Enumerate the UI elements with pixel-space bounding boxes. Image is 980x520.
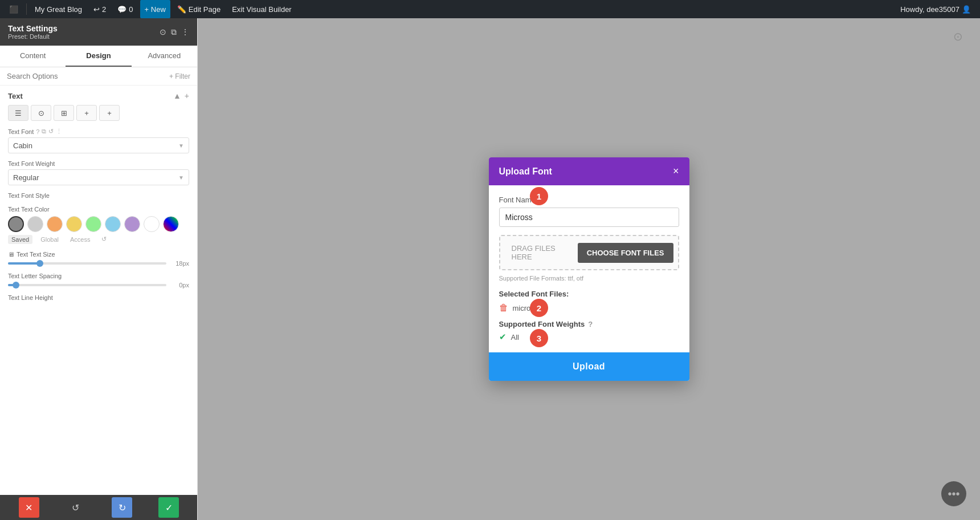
text-font-style-field: Text Font Style [8,192,189,199]
color-swatch-4[interactable] [85,216,101,232]
tab-content[interactable]: Content [0,46,66,67]
search-input[interactable] [7,72,165,80]
color-swatch-0[interactable] [8,216,24,232]
monitor-icon: 🖥 [8,251,14,258]
tab-design[interactable]: Design [66,46,131,67]
saved-row: Saved Global Access ↺ [8,234,189,244]
settings-icon[interactable]: ⊙ [160,27,166,37]
pencil-icon: ✏️ [177,5,186,14]
align-btn-plus1[interactable]: + [76,105,97,121]
sidebar-header: Text Settings Preset: Default ⊙ ⧉ ⋮ [0,18,197,46]
font-undo-icon[interactable]: ↺ [48,128,54,135]
text-font-weight-value: Regular [13,173,39,182]
tab-advanced[interactable]: Advanced [132,46,197,67]
font-name-input[interactable] [499,208,679,227]
text-line-height-field: Text Line Height [8,294,189,301]
text-size-thumb[interactable] [36,260,43,267]
filter-button[interactable]: + Filter [169,72,190,80]
text-font-select[interactable]: Cabin ▼ [8,137,189,153]
color-swatch-5[interactable] [105,216,121,232]
exit-builder-button[interactable]: Exit Visual Builder [227,0,296,18]
site-name-text: My Great Blog [35,5,82,14]
step-2-circle: 2 [530,299,548,317]
undo-color-btn[interactable]: ↺ [98,234,110,244]
font-help-icon[interactable]: ? [36,128,39,135]
upload-font-modal: Upload Font × Font Name DRAG FILES HERE … [489,157,689,381]
text-size-slider-wrapper: 18px [8,260,189,267]
color-swatches [8,216,189,232]
revisions[interactable]: ↩ 2 [89,0,111,18]
color-swatch-2[interactable] [47,216,63,232]
font-weights-label: Supported Font Weights ? [499,320,679,328]
modal-title: Upload Font [499,166,552,177]
bottom-toolbar: ✕ ↺ ↻ ✓ [0,495,198,520]
color-swatch-1[interactable] [27,216,43,232]
wp-logo[interactable]: ⬛ [5,0,23,18]
modal-header: Upload Font × [489,157,689,185]
site-name[interactable]: My Great Blog [30,0,87,18]
letter-spacing-value: 0px [171,282,189,289]
text-size-label: 🖥 Text Text Size [8,251,189,258]
step-3-circle: 3 [530,329,548,347]
text-font-label: Text Font ? ⧉ ↺ ⋮ [8,128,189,135]
text-font-weight-select[interactable]: Regular ▼ [8,169,189,185]
canvas-area: ⊙ 1 2 3 Upload Font × [198,18,980,520]
letter-spacing-slider-row: Text Letter Spacing 0px [8,273,189,289]
step-1-circle: 1 [530,187,548,205]
global-btn[interactable]: Global [37,235,62,244]
modal-close-button[interactable]: × [673,165,679,177]
font-more-icon[interactable]: ⋮ [56,128,62,135]
edit-page-button[interactable]: ✏️ Edit Page [173,0,225,18]
user-info[interactable]: Howdy, dee35007 👤 [896,0,975,18]
save-button[interactable]: ✓ [158,497,179,518]
revisions-icon: ↩ [93,5,100,14]
saved-btn[interactable]: Saved [8,235,32,244]
sidebar-preset: Preset: Default [8,33,58,40]
all-weights-label: All [511,333,519,342]
align-btn-grid[interactable]: ⊞ [54,105,74,121]
align-btn-left[interactable]: ☰ [8,105,28,121]
left-sidebar: Text Settings Preset: Default ⊙ ⧉ ⋮ Cont… [0,18,198,520]
delete-file-icon[interactable]: 🗑 [499,303,508,313]
redo-button[interactable]: ↻ [112,497,132,518]
undo-button[interactable]: ↺ [66,497,86,518]
font-name-label: Font Name [499,196,679,204]
text-align-row: ☰ ⊙ ⊞ + + [8,105,189,121]
new-label: + New [145,5,166,14]
font-weights-help-icon[interactable]: ? [588,320,593,328]
upload-button[interactable]: Upload [489,352,689,381]
sidebar-header-icons: ⊙ ⧉ ⋮ [160,27,189,37]
exit-builder-label: Exit Visual Builder [232,5,292,14]
new-button[interactable]: + New [140,0,170,18]
discard-button[interactable]: ✕ [19,497,39,518]
align-btn-center[interactable]: ⊙ [31,105,51,121]
section-controls: ▲ + [173,91,189,100]
color-swatch-3[interactable] [66,216,82,232]
checkmark-icon: ✔ [499,332,507,342]
align-btn-plus2[interactable]: + [99,105,120,121]
choose-font-files-button[interactable]: CHOOSE FONT FILES [578,243,673,263]
font-reset-icon[interactable]: ⧉ [42,128,46,135]
modal-overlay: 1 2 3 Upload Font × Font Name [198,18,980,520]
modal-body: Font Name DRAG FILES HERE CHOOSE FONT FI… [489,185,689,352]
color-swatch-6[interactable] [124,216,140,232]
color-swatch-7[interactable] [144,216,160,232]
text-font-field: Text Font ? ⧉ ↺ ⋮ Cabin ▼ [8,128,189,153]
access-btn[interactable]: Access [67,235,93,244]
more-icon[interactable]: ⋮ [181,27,189,37]
collapse-icon[interactable]: ▲ [173,91,181,100]
comments[interactable]: 💬 0 [113,0,137,18]
section-header: Text ▲ + [8,91,189,100]
text-size-value: 18px [171,260,189,267]
duplicate-icon[interactable]: ⧉ [171,27,177,37]
add-icon[interactable]: + [185,91,189,100]
text-color-label: Text Text Color [8,206,189,213]
letter-spacing-thumb[interactable] [13,282,19,289]
sidebar-search: + Filter [0,67,197,86]
upload-zone[interactable]: DRAG FILES HERE CHOOSE FONT FILES [499,235,679,270]
supported-formats-text: Supported File Formats: ttf, otf [499,275,679,282]
color-picker-icon[interactable] [163,216,179,232]
sidebar-tabs: Content Design Advanced [0,46,197,67]
comments-count: 0 [129,5,133,14]
main-content: ⊙ 1 2 3 Upload Font × [198,18,980,520]
